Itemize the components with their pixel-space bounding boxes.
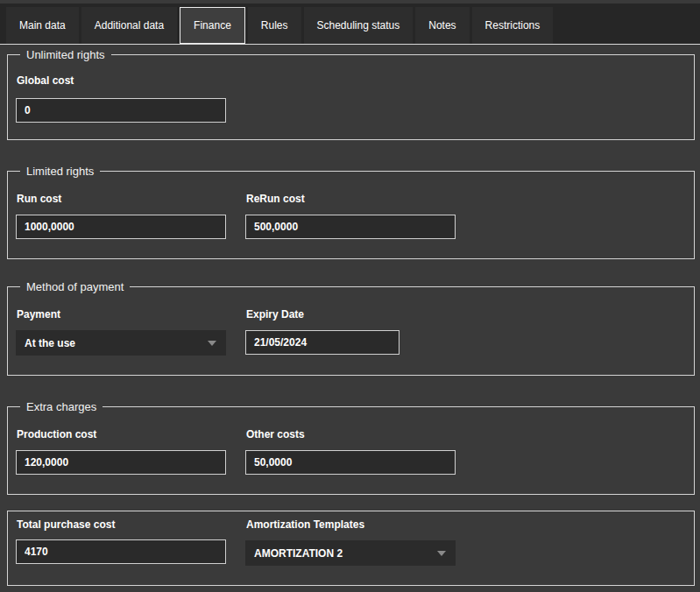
groupbox-legend: Method of payment — [20, 279, 130, 294]
expiry-date-label: Expiry Date — [246, 308, 304, 321]
tab-bar: Main data Additional data Finance Rules … — [0, 4, 700, 45]
rerun-cost-label: ReRun cost — [246, 193, 305, 205]
groupbox-unlimited-rights: Unlimited rights Global cost — [7, 54, 695, 140]
chevron-down-icon — [437, 551, 446, 556]
groupbox-method-of-payment: Method of payment Payment At the use Exp… — [7, 286, 695, 376]
payment-select-value: At the use — [25, 337, 75, 349]
global-cost-label: Global cost — [17, 74, 74, 87]
run-cost-label: Run cost — [17, 193, 61, 205]
amortization-templates-select-value: AMORTIZATION 2 — [254, 547, 343, 560]
expiry-date-input[interactable] — [245, 330, 399, 355]
groupbox-legend: Extra charges — [20, 399, 103, 414]
production-cost-label: Production cost — [17, 428, 96, 440]
tab-scheduling-status[interactable]: Scheduling status — [304, 7, 414, 44]
run-cost-input[interactable] — [16, 215, 226, 239]
tab-finance[interactable]: Finance — [180, 7, 245, 44]
production-cost-input[interactable] — [16, 450, 226, 475]
tab-notes[interactable]: Notes — [415, 7, 469, 44]
tab-main-data[interactable]: Main data — [6, 7, 79, 44]
groupbox-legend: Unlimited rights — [20, 47, 111, 62]
total-purchase-cost-label: Total purchase cost — [17, 518, 115, 531]
other-costs-input[interactable] — [245, 450, 456, 475]
tab-strip: Main data Additional data Finance Rules … — [6, 7, 553, 44]
amortization-templates-label: Amortization Templates — [246, 518, 364, 531]
total-purchase-cost-input[interactable] — [16, 539, 226, 564]
payment-select[interactable]: At the use — [16, 330, 226, 356]
tab-rules[interactable]: Rules — [248, 7, 301, 44]
groupbox-limited-rights: Limited rights Run cost ReRun cost — [7, 171, 695, 259]
groupbox-extra-charges: Extra charges Production cost Other cost… — [7, 406, 695, 495]
chevron-down-icon — [208, 341, 216, 346]
payment-label: Payment — [17, 308, 60, 321]
global-cost-input[interactable] — [16, 98, 226, 123]
tab-additional-data[interactable]: Additional data — [81, 7, 177, 44]
groupbox-legend: Limited rights — [20, 164, 100, 179]
tab-restrictions[interactable]: Restrictions — [472, 7, 554, 44]
rerun-cost-input[interactable] — [245, 215, 456, 239]
other-costs-label: Other costs — [246, 428, 305, 440]
groupbox-totals: Total purchase cost Amortization Templat… — [7, 511, 695, 586]
amortization-templates-select[interactable]: AMORTIZATION 2 — [245, 540, 456, 566]
